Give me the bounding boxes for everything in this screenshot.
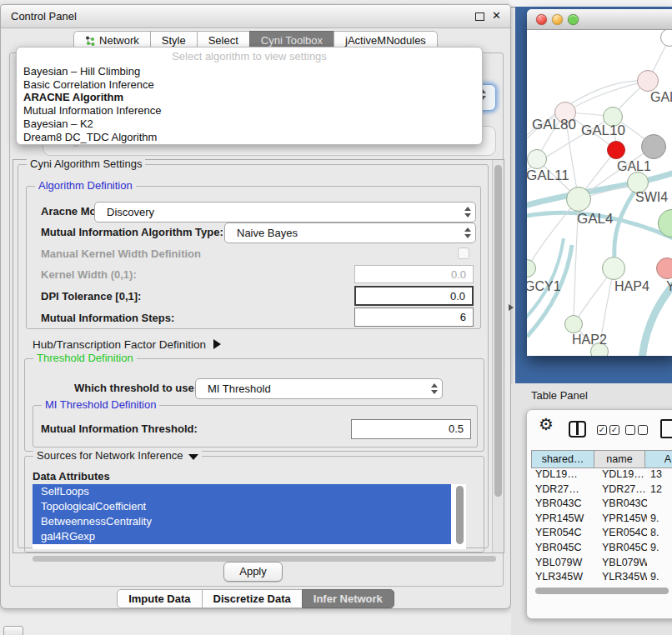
table-panel: Table Panel ⚙ ✓ ✓ shared…nameA YDL19…YDL…: [511, 383, 672, 635]
control-panel-window: Control Panel ✕ Network Style: [0, 4, 511, 609]
deselect-all-icon[interactable]: [625, 425, 635, 435]
table-cell: YDR27…: [595, 483, 647, 498]
algorithm-option[interactable]: Dream8 DC_TDC Algorithm: [17, 131, 482, 144]
mi-algorithm-type-select[interactable]: Naive Bayes: [224, 222, 476, 243]
data-attribute-item[interactable]: TopologicalCoefficient: [33, 499, 451, 514]
float-window-icon[interactable]: [475, 12, 484, 21]
tab-infer-network-label: Infer Network: [313, 590, 383, 608]
table-header-row: shared…nameA: [532, 450, 672, 468]
data-attributes-label: Data Attributes: [33, 470, 110, 482]
network-node-label: GAL11: [527, 168, 569, 184]
cyni-algorithm-settings-title: Cyni Algorithm Settings: [27, 158, 145, 170]
zoom-traffic-light[interactable]: [568, 14, 579, 25]
network-node-label: GAL: [650, 90, 672, 105]
stepper-arrows-icon: [460, 207, 475, 218]
network-node[interactable]: [527, 149, 547, 169]
mi-steps-field[interactable]: 6: [354, 308, 474, 327]
collapsed-panel-button[interactable]: [3, 626, 23, 635]
select-all-checked-icon[interactable]: ✓: [609, 425, 619, 435]
which-threshold-select[interactable]: MI Threshold: [195, 378, 443, 399]
network-node[interactable]: [656, 258, 672, 279]
list-scrollbar-thumb[interactable]: [456, 486, 464, 544]
data-attribute-item[interactable]: BetweennessCentrality: [33, 514, 451, 529]
table-row[interactable]: YBR045CYBR045C9.: [532, 542, 672, 557]
split-columns-icon[interactable]: [569, 421, 586, 438]
network-canvas[interactable]: GALGAL80GAL10GAL1GAL11SWI4GAL4GCY1HAP4YH…: [527, 30, 672, 356]
tab-impute-data-label: Impute Data: [128, 590, 190, 608]
control-panel-title: Control Panel: [11, 10, 77, 22]
mi-threshold-field[interactable]: 0.5: [351, 419, 471, 439]
table-cell: YDL19…: [532, 468, 595, 483]
network-node-label: HAP2: [572, 332, 607, 348]
mi-threshold-definition-title: MI Threshold Definition: [42, 398, 159, 411]
table-column-header[interactable]: A: [644, 450, 672, 468]
tab-impute-data[interactable]: Impute Data: [117, 589, 202, 608]
which-threshold-label: Which threshold to use:: [74, 382, 198, 394]
table-cell: YBL079W: [595, 557, 647, 572]
select-all-checked-icon[interactable]: ✓: [597, 425, 607, 435]
table-row[interactable]: YLR345WYLR345W9.: [532, 571, 672, 586]
table-cell: YLR345W: [532, 571, 595, 586]
expand-right-icon: [213, 339, 221, 349]
algorithm-option[interactable]: Mutual Information Inference: [17, 104, 482, 118]
close-icon[interactable]: ✕: [492, 9, 501, 22]
algorithm-option[interactable]: Bayesian – K2: [17, 118, 482, 131]
network-node[interactable]: [566, 187, 591, 212]
table-cell: YBR045C: [532, 542, 595, 557]
table-row[interactable]: YER054CYER054C8.: [532, 527, 672, 542]
algorithm-option[interactable]: Bayesian – Hill Climbing: [17, 65, 482, 78]
data-attribute-item[interactable]: SelfLoops: [33, 484, 451, 499]
tab-discretize-data[interactable]: Discretize Data: [202, 589, 303, 608]
tab-infer-network[interactable]: Infer Network: [302, 589, 394, 608]
algorithm-option[interactable]: Basic Correlation Inference: [17, 78, 482, 92]
algorithm-dropdown: Select algorithm to view settings Bayesi…: [16, 47, 483, 145]
table-cell: YBR043C: [532, 498, 595, 512]
network-node-label: SWI4: [635, 190, 668, 205]
table-panel-card: ⚙ ✓ ✓ shared…nameA YDL19…YDL19…13YDR27…Y…: [526, 409, 672, 619]
kernel-width-label: Kernel Width (0,1):: [41, 268, 137, 281]
network-node[interactable]: [607, 141, 625, 159]
hub-definition-label: Hub/Transcription Factor Definition: [33, 338, 206, 351]
table-cell: 9.: [647, 542, 672, 557]
mi-algorithm-type-value: Naive Bayes: [225, 227, 460, 239]
aracne-mode-select[interactable]: Discovery: [94, 202, 476, 222]
control-panel-titlebar: Control Panel ✕: [1, 5, 510, 28]
network-node[interactable]: [637, 70, 659, 92]
network-node[interactable]: [564, 315, 583, 333]
network-node[interactable]: [602, 257, 625, 280]
table-column-header[interactable]: name: [594, 450, 645, 468]
table-row[interactable]: YBR043CYBR043C: [532, 498, 672, 512]
close-traffic-light[interactable]: [536, 14, 547, 25]
table-horizontal-scrollbar-thumb[interactable]: [535, 588, 669, 594]
table-cell: YPR145W: [595, 512, 647, 528]
deselect-all-icon[interactable]: [638, 425, 648, 435]
table-row[interactable]: YDL19…YDL19…13: [532, 468, 672, 483]
table-column-header[interactable]: shared…: [531, 450, 594, 468]
table-cell: [647, 557, 672, 572]
table-row[interactable]: YBL079WYBL079W: [532, 557, 672, 572]
tab-discretize-data-label: Discretize Data: [213, 590, 291, 608]
manual-kernel-width-checkbox[interactable]: [458, 248, 469, 259]
horizontal-scrollbar-thumb[interactable]: [33, 556, 496, 562]
minimize-traffic-light[interactable]: [552, 14, 563, 25]
gear-icon[interactable]: ⚙: [539, 414, 554, 434]
aracne-mode-value: Discovery: [95, 206, 460, 218]
table-cell: YPR145W: [532, 512, 595, 528]
splitter-collapse-arrow[interactable]: [509, 304, 514, 311]
kernel-width-field[interactable]: 0.0: [354, 265, 474, 283]
data-attributes-list[interactable]: SelfLoopsTopologicalCoefficientBetweenne…: [33, 484, 466, 549]
dpi-tolerance-label: DPI Tolerance [0,1]:: [41, 290, 141, 302]
data-attribute-item[interactable]: gal4RGexp: [33, 529, 451, 544]
algorithm-option[interactable]: ARACNE Algorithm: [17, 91, 482, 104]
hub-definition-expander[interactable]: Hub/Transcription Factor Definition: [33, 337, 221, 352]
node-table: shared…nameA YDL19…YDL19…13YDR27…YDR27…1…: [532, 450, 672, 586]
vertical-scrollbar-thumb[interactable]: [494, 165, 502, 497]
export-table-icon[interactable]: [660, 419, 672, 438]
apply-button[interactable]: Apply: [223, 562, 283, 582]
table-row[interactable]: YPR145WYPR145W9.: [532, 512, 672, 528]
network-node[interactable]: [641, 134, 666, 159]
table-row[interactable]: YDR27…YDR27…12: [532, 483, 672, 498]
vertical-scrollbar[interactable]: [492, 160, 504, 552]
dpi-tolerance-field[interactable]: 0.0: [354, 286, 474, 306]
sources-title: Sources for Network Inference: [33, 449, 202, 462]
